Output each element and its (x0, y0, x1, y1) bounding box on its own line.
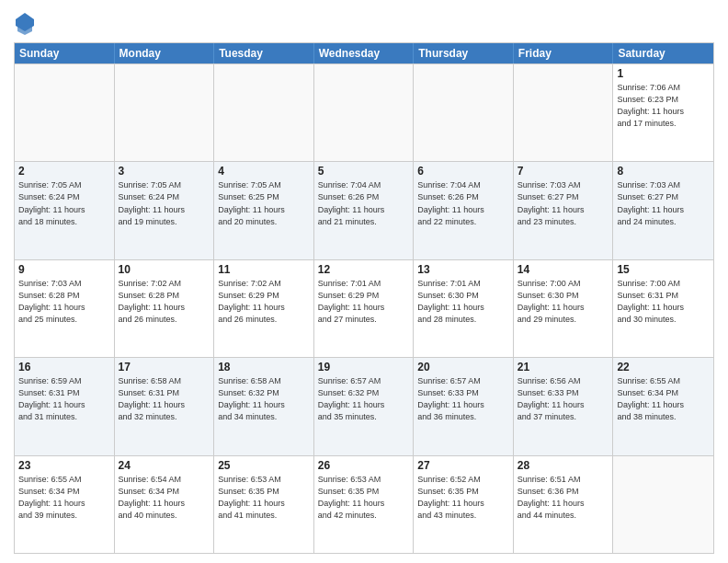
cell-info: Sunrise: 6:55 AM Sunset: 6:34 PM Dayligh… (617, 375, 710, 423)
day-number: 20 (417, 361, 509, 373)
cell-info: Sunrise: 6:57 AM Sunset: 6:33 PM Dayligh… (417, 375, 509, 423)
weekday-header: Sunday (15, 43, 115, 63)
calendar-cell: 25Sunrise: 6:53 AM Sunset: 6:35 PM Dayli… (214, 456, 314, 553)
calendar-cell: 7Sunrise: 7:03 AM Sunset: 6:27 PM Daylig… (514, 162, 614, 259)
calendar-cell (514, 64, 614, 161)
calendar-cell (314, 64, 415, 161)
cell-info: Sunrise: 6:53 AM Sunset: 6:35 PM Dayligh… (218, 474, 310, 522)
calendar-cell: 4Sunrise: 7:05 AM Sunset: 6:25 PM Daylig… (214, 162, 314, 259)
logo (14, 13, 34, 35)
cell-info: Sunrise: 6:54 AM Sunset: 6:34 PM Dayligh… (119, 474, 210, 522)
cell-info: Sunrise: 7:01 AM Sunset: 6:30 PM Dayligh… (417, 278, 509, 326)
cell-info: Sunrise: 7:05 AM Sunset: 6:25 PM Dayligh… (218, 179, 310, 227)
calendar-week: 16Sunrise: 6:59 AM Sunset: 6:31 PM Dayli… (15, 357, 713, 454)
day-number: 19 (318, 361, 410, 373)
day-number: 27 (417, 459, 509, 472)
day-number: 11 (218, 263, 310, 276)
calendar-cell: 5Sunrise: 7:04 AM Sunset: 6:26 PM Daylig… (314, 162, 415, 259)
calendar-cell: 1Sunrise: 7:06 AM Sunset: 6:23 PM Daylig… (613, 64, 713, 161)
calendar-week: 2Sunrise: 7:05 AM Sunset: 6:24 PM Daylig… (15, 161, 713, 259)
page: SundayMondayTuesdayWednesdayThursdayFrid… (0, 0, 728, 563)
calendar-cell (214, 64, 314, 161)
calendar: SundayMondayTuesdayWednesdayThursdayFrid… (14, 42, 714, 554)
cell-info: Sunrise: 6:59 AM Sunset: 6:31 PM Dayligh… (18, 375, 110, 423)
day-number: 9 (18, 263, 110, 276)
day-number: 2 (18, 165, 110, 178)
day-number: 16 (18, 361, 110, 373)
cell-info: Sunrise: 6:52 AM Sunset: 6:35 PM Dayligh… (417, 474, 509, 522)
calendar-cell (613, 456, 713, 553)
cell-info: Sunrise: 6:58 AM Sunset: 6:31 PM Dayligh… (119, 375, 210, 423)
day-number: 26 (318, 459, 410, 472)
day-number: 14 (518, 263, 609, 276)
weekday-header: Thursday (414, 43, 514, 63)
calendar-cell: 18Sunrise: 6:58 AM Sunset: 6:32 PM Dayli… (214, 358, 314, 454)
calendar-week: 9Sunrise: 7:03 AM Sunset: 6:28 PM Daylig… (15, 259, 713, 357)
cell-info: Sunrise: 7:04 AM Sunset: 6:26 PM Dayligh… (417, 179, 509, 227)
cell-info: Sunrise: 6:58 AM Sunset: 6:32 PM Dayligh… (218, 375, 310, 423)
cell-info: Sunrise: 7:05 AM Sunset: 6:24 PM Dayligh… (18, 179, 110, 227)
cell-info: Sunrise: 7:02 AM Sunset: 6:29 PM Dayligh… (218, 278, 310, 326)
calendar-cell: 27Sunrise: 6:52 AM Sunset: 6:35 PM Dayli… (414, 456, 514, 553)
cell-info: Sunrise: 7:03 AM Sunset: 6:28 PM Dayligh… (18, 278, 110, 326)
calendar-cell: 10Sunrise: 7:02 AM Sunset: 6:28 PM Dayli… (115, 260, 215, 357)
cell-info: Sunrise: 7:01 AM Sunset: 6:29 PM Dayligh… (318, 278, 410, 326)
weekday-header: Tuesday (214, 43, 314, 63)
calendar-cell: 16Sunrise: 6:59 AM Sunset: 6:31 PM Dayli… (15, 358, 115, 454)
calendar-cell: 19Sunrise: 6:57 AM Sunset: 6:32 PM Dayli… (314, 358, 415, 454)
day-number: 12 (318, 263, 410, 276)
day-number: 1 (617, 67, 710, 80)
cell-info: Sunrise: 6:51 AM Sunset: 6:36 PM Dayligh… (518, 474, 609, 522)
calendar-week: 23Sunrise: 6:55 AM Sunset: 6:34 PM Dayli… (15, 455, 713, 553)
day-number: 15 (617, 263, 710, 276)
calendar-cell: 6Sunrise: 7:04 AM Sunset: 6:26 PM Daylig… (414, 162, 514, 259)
calendar-cell: 28Sunrise: 6:51 AM Sunset: 6:36 PM Dayli… (514, 456, 614, 553)
weekday-header: Saturday (613, 43, 713, 63)
calendar-cell: 9Sunrise: 7:03 AM Sunset: 6:28 PM Daylig… (15, 260, 115, 357)
cell-info: Sunrise: 7:04 AM Sunset: 6:26 PM Dayligh… (318, 179, 410, 227)
calendar-cell: 11Sunrise: 7:02 AM Sunset: 6:29 PM Dayli… (214, 260, 314, 357)
day-number: 13 (417, 263, 509, 276)
day-number: 23 (18, 459, 110, 472)
cell-info: Sunrise: 6:53 AM Sunset: 6:35 PM Dayligh… (318, 474, 410, 522)
cell-info: Sunrise: 7:00 AM Sunset: 6:30 PM Dayligh… (518, 278, 609, 326)
calendar-cell: 21Sunrise: 6:56 AM Sunset: 6:33 PM Dayli… (514, 358, 614, 454)
calendar-header-row: SundayMondayTuesdayWednesdayThursdayFrid… (15, 43, 713, 63)
day-number: 25 (218, 459, 310, 472)
cell-info: Sunrise: 6:55 AM Sunset: 6:34 PM Dayligh… (18, 474, 110, 522)
logo-icon (16, 13, 34, 35)
calendar-cell: 3Sunrise: 7:05 AM Sunset: 6:24 PM Daylig… (115, 162, 215, 259)
calendar-cell: 24Sunrise: 6:54 AM Sunset: 6:34 PM Dayli… (115, 456, 215, 553)
header (14, 9, 714, 35)
day-number: 28 (518, 459, 609, 472)
calendar-cell: 13Sunrise: 7:01 AM Sunset: 6:30 PM Dayli… (414, 260, 514, 357)
calendar-cell: 8Sunrise: 7:03 AM Sunset: 6:27 PM Daylig… (613, 162, 713, 259)
cell-info: Sunrise: 7:03 AM Sunset: 6:27 PM Dayligh… (518, 179, 609, 227)
day-number: 6 (417, 165, 509, 178)
calendar-cell: 26Sunrise: 6:53 AM Sunset: 6:35 PM Dayli… (314, 456, 415, 553)
calendar-cell (115, 64, 215, 161)
calendar-cell: 12Sunrise: 7:01 AM Sunset: 6:29 PM Dayli… (314, 260, 415, 357)
cell-info: Sunrise: 7:03 AM Sunset: 6:27 PM Dayligh… (617, 179, 710, 227)
day-number: 21 (518, 361, 609, 373)
day-number: 18 (218, 361, 310, 373)
calendar-body: 1Sunrise: 7:06 AM Sunset: 6:23 PM Daylig… (15, 63, 713, 553)
day-number: 5 (318, 165, 410, 178)
calendar-cell (15, 64, 115, 161)
calendar-cell: 22Sunrise: 6:55 AM Sunset: 6:34 PM Dayli… (613, 358, 713, 454)
day-number: 22 (617, 361, 710, 373)
cell-info: Sunrise: 7:02 AM Sunset: 6:28 PM Dayligh… (119, 278, 210, 326)
weekday-header: Monday (115, 43, 215, 63)
day-number: 8 (617, 165, 710, 178)
calendar-cell: 14Sunrise: 7:00 AM Sunset: 6:30 PM Dayli… (514, 260, 614, 357)
cell-info: Sunrise: 7:05 AM Sunset: 6:24 PM Dayligh… (119, 179, 210, 227)
day-number: 7 (518, 165, 609, 178)
calendar-cell: 15Sunrise: 7:00 AM Sunset: 6:31 PM Dayli… (613, 260, 713, 357)
weekday-header: Wednesday (314, 43, 415, 63)
day-number: 4 (218, 165, 310, 178)
calendar-cell: 2Sunrise: 7:05 AM Sunset: 6:24 PM Daylig… (15, 162, 115, 259)
calendar-cell: 17Sunrise: 6:58 AM Sunset: 6:31 PM Dayli… (115, 358, 215, 454)
day-number: 17 (119, 361, 210, 373)
cell-info: Sunrise: 7:00 AM Sunset: 6:31 PM Dayligh… (617, 278, 710, 326)
calendar-cell: 20Sunrise: 6:57 AM Sunset: 6:33 PM Dayli… (414, 358, 514, 454)
